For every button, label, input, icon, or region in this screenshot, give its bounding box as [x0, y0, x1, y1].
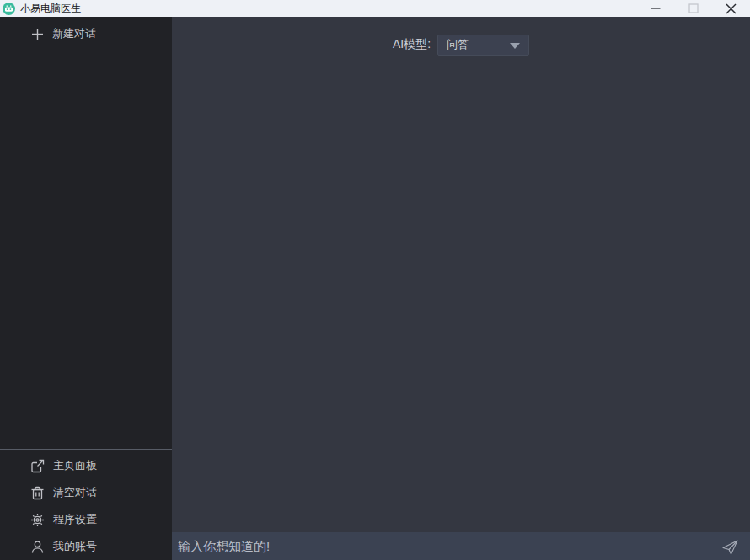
user-icon — [30, 540, 45, 554]
external-link-icon — [30, 459, 45, 473]
model-dropdown[interactable]: 问答 — [437, 35, 529, 56]
gear-icon — [30, 513, 45, 527]
sidebar-item-home-panel[interactable]: 主页面板 — [0, 452, 172, 479]
sidebar-item-label: 我的账号 — [53, 539, 97, 554]
new-chat-button[interactable]: 新建对话 — [0, 17, 172, 51]
maximize-icon — [688, 3, 699, 13]
sidebar-menu: 主页面板 清空对话 — [0, 450, 172, 560]
window-controls — [636, 0, 750, 17]
main-panel: AI模型: 问答 — [172, 17, 750, 560]
close-icon — [726, 3, 737, 14]
maximize-button[interactable] — [674, 0, 712, 17]
sidebar-item-label: 主页面板 — [53, 458, 97, 473]
composer-input[interactable] — [175, 532, 720, 560]
new-chat-label: 新建对话 — [52, 26, 96, 41]
model-label: AI模型: — [393, 37, 431, 52]
sidebar-item-label: 清空对话 — [53, 485, 97, 500]
paper-plane-icon — [721, 537, 739, 556]
chat-message-area — [172, 56, 750, 532]
sidebar-item-settings[interactable]: 程序设置 — [0, 506, 172, 533]
model-dropdown-value: 问答 — [447, 37, 469, 52]
titlebar: 小易电脑医生 — [0, 0, 750, 17]
sidebar: 新建对话 主页面板 清空对话 — [0, 17, 172, 560]
chevron-down-icon — [510, 43, 520, 49]
app-body: 新建对话 主页面板 清空对话 — [0, 17, 750, 560]
sidebar-spacer — [0, 51, 172, 449]
sidebar-item-clear-chat[interactable]: 清空对话 — [0, 479, 172, 506]
sidebar-item-label: 程序设置 — [53, 512, 97, 527]
close-button[interactable] — [712, 0, 750, 17]
send-button[interactable] — [720, 536, 740, 557]
minimize-button[interactable] — [636, 0, 674, 17]
robot-face-icon — [3, 3, 15, 15]
model-row: AI模型: 问答 — [172, 34, 750, 56]
composer-bar — [172, 532, 750, 560]
minimize-icon — [651, 3, 661, 13]
trash-icon — [30, 486, 45, 500]
sidebar-item-my-account[interactable]: 我的账号 — [0, 533, 172, 560]
plus-icon — [31, 28, 44, 40]
window-title: 小易电脑医生 — [20, 0, 81, 17]
